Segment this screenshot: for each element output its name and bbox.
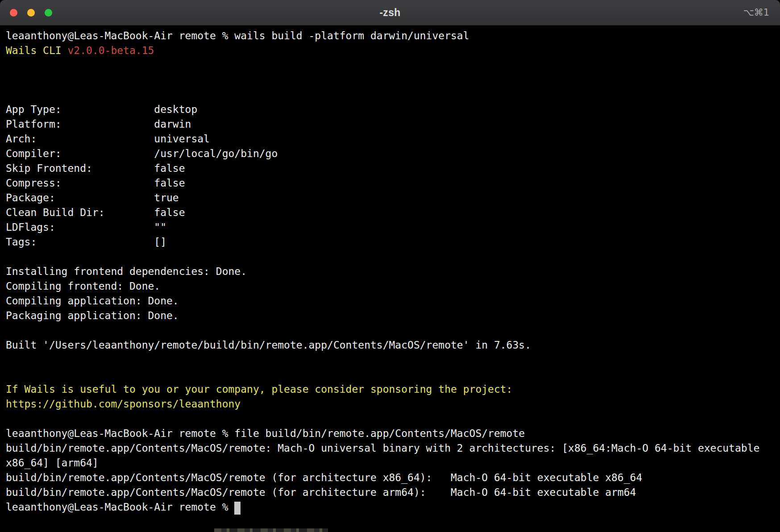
terminal-line: leaanthony@Leas-MacBook-Air remote % fil… [6, 426, 774, 441]
terminal-line: Arch: universal [6, 132, 774, 146]
terminal-text: Arch: universal [6, 133, 210, 145]
terminal-text: Built '/Users/leaanthony/remote/build/bi… [6, 339, 531, 351]
traffic-lights [0, 9, 52, 17]
terminal-text: x86_64] [arm64] [6, 457, 99, 469]
terminal-text: build/bin/remote.app/Contents/MacOS/remo… [6, 486, 636, 498]
terminal-line: build/bin/remote.app/Contents/MacOS/remo… [6, 470, 774, 485]
terminal-line [6, 367, 774, 382]
terminal-line [6, 87, 774, 102]
terminal-line: If Wails is useful to you or your compan… [6, 382, 774, 397]
terminal-line: Clean Build Dir: false [6, 205, 774, 220]
terminal-text: Compiling application: Done. [6, 295, 179, 307]
terminal-line: Platform: darwin [6, 117, 774, 132]
terminal-text: Tags: [] [6, 236, 166, 248]
terminal-line: Compiling frontend: Done. [6, 279, 774, 294]
terminal-text: https://github.com/sponsors/leaanthony [6, 398, 241, 410]
terminal-text: Platform: darwin [6, 118, 191, 130]
terminal-line: Wails CLI v2.0.0-beta.15 [6, 43, 774, 58]
terminal-text: If Wails is useful to you or your compan… [6, 383, 512, 395]
terminal-text: Compiler: /usr/local/go/bin/go [6, 148, 278, 159]
terminal-text: Packaging application: Done. [6, 310, 179, 321]
window-title: -zsh [0, 7, 780, 19]
terminal-text: App Type: desktop [6, 104, 197, 115]
terminal-line: Skip Frontend: false [6, 161, 774, 176]
terminal-line: App Type: desktop [6, 102, 774, 117]
terminal-text: build/bin/remote.app/Contents/MacOS/remo… [6, 472, 642, 483]
terminal-line: Packaging application: Done. [6, 308, 774, 323]
terminal-line: leaanthony@Leas-MacBook-Air remote % wai… [6, 29, 774, 43]
terminal-text: leaanthony@Leas-MacBook-Air remote % fil… [6, 428, 525, 439]
obscured-background-window-fragment [214, 528, 328, 532]
terminal-line: leaanthony@Leas-MacBook-Air remote % [6, 500, 774, 515]
zoom-button[interactable] [45, 9, 52, 17]
terminal-line: Compiling application: Done. [6, 294, 774, 308]
terminal-text: Clean Build Dir: false [6, 207, 185, 218]
terminal-text: Installing frontend dependencies: Done. [6, 266, 247, 277]
terminal-text: leaanthony@Leas-MacBook-Air remote % wai… [6, 30, 469, 42]
terminal-text: Compress: false [6, 177, 185, 189]
terminal-text: Compiling frontend: Done. [6, 280, 160, 292]
terminal-cursor[interactable] [234, 502, 241, 515]
terminal-line [6, 411, 774, 426]
terminal-line [6, 58, 774, 73]
terminal-text: leaanthony@Leas-MacBook-Air remote % [6, 501, 234, 513]
terminal-text: v2.0.0-beta.15 [67, 45, 154, 56]
titlebar[interactable]: -zsh ⌥⌘1 [0, 0, 780, 25]
terminal-window: -zsh ⌥⌘1 leaanthony@Leas-MacBook-Air rem… [0, 0, 780, 532]
terminal-text: Wails CLI [6, 45, 67, 56]
terminal-text: LDFlags: "" [6, 221, 166, 233]
terminal-output[interactable]: leaanthony@Leas-MacBook-Air remote % wai… [0, 25, 780, 532]
terminal-line: Tags: [] [6, 235, 774, 249]
terminal-line: Built '/Users/leaanthony/remote/build/bi… [6, 338, 774, 353]
terminal-line: https://github.com/sponsors/leaanthony [6, 397, 774, 411]
close-button[interactable] [10, 9, 17, 17]
terminal-line: LDFlags: "" [6, 220, 774, 235]
terminal-line [6, 73, 774, 87]
terminal-line: build/bin/remote.app/Contents/MacOS/remo… [6, 441, 774, 456]
terminal-line: Compress: false [6, 176, 774, 191]
window-shortcut-hint: ⌥⌘1 [743, 7, 769, 18]
terminal-line: build/bin/remote.app/Contents/MacOS/remo… [6, 485, 774, 500]
terminal-text: Package: true [6, 192, 179, 204]
terminal-line [6, 323, 774, 338]
terminal-line [6, 353, 774, 367]
terminal-line: Installing frontend dependencies: Done. [6, 264, 774, 279]
terminal-text: build/bin/remote.app/Contents/MacOS/remo… [6, 442, 759, 454]
terminal-line: x86_64] [arm64] [6, 456, 774, 470]
terminal-line: Compiler: /usr/local/go/bin/go [6, 146, 774, 161]
terminal-text: Skip Frontend: false [6, 162, 185, 174]
terminal-line [6, 249, 774, 264]
minimize-button[interactable] [27, 9, 35, 17]
terminal-line: Package: true [6, 191, 774, 205]
